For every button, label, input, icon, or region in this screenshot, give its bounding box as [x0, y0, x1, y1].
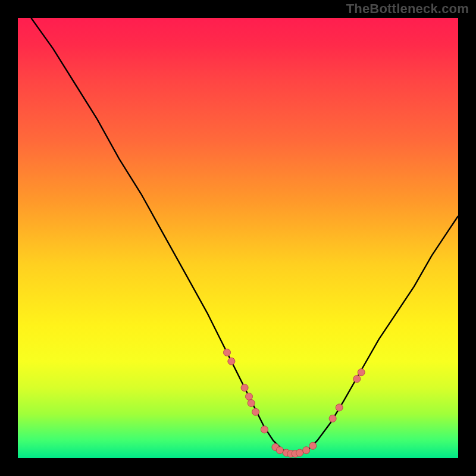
data-dot — [329, 415, 336, 422]
data-dot — [241, 384, 248, 392]
data-dot — [224, 349, 231, 356]
data-dot — [358, 369, 365, 376]
chart-frame: TheBottleneck.com — [0, 0, 476, 476]
data-dot — [228, 358, 235, 365]
data-dot — [336, 404, 343, 411]
data-dots — [224, 349, 365, 457]
data-dot — [276, 447, 283, 454]
data-dot — [248, 400, 255, 407]
plot-area — [18, 18, 458, 458]
data-dot — [353, 375, 361, 383]
curve-layer — [18, 18, 458, 458]
data-dot — [252, 408, 259, 415]
data-dot — [309, 442, 317, 449]
data-dot — [296, 449, 303, 456]
data-dot — [303, 447, 310, 454]
data-dot — [261, 426, 268, 433]
watermark-label: TheBottleneck.com — [346, 1, 469, 17]
data-dot — [246, 393, 253, 400]
